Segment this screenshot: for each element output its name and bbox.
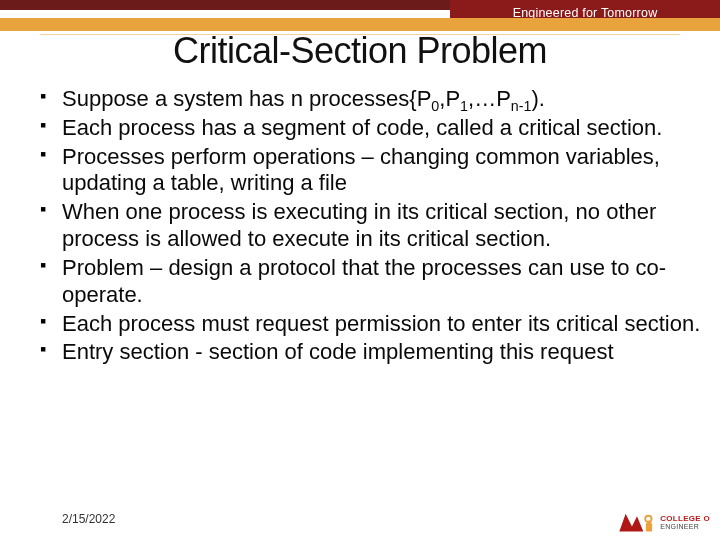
bullet-list: Suppose a system has n processes{P0,P1,…… [38, 86, 702, 366]
subscript: n-1 [511, 98, 532, 114]
bullet-text: When one process is executing in its cri… [62, 199, 656, 251]
bullet-text-fragment: Suppose a system has n processes{P [62, 86, 431, 111]
bullet-text-fragment: ). [532, 86, 545, 111]
bullet-text: Each process must request permission to … [62, 311, 700, 336]
bullet-text-fragment: ,…P [468, 86, 511, 111]
bullet-item: When one process is executing in its cri… [38, 199, 702, 253]
bullet-text-fragment: ,P [439, 86, 460, 111]
logo-mark-icon [618, 510, 656, 534]
slide-body: Suppose a system has n processes{P0,P1,…… [38, 86, 702, 480]
subscript: 1 [460, 98, 468, 114]
bullet-text: Processes perform operations – changing … [62, 144, 660, 196]
bullet-item: Entry section - section of code implemen… [38, 339, 702, 366]
footer-logo: COLLEGE O ENGINEER [618, 510, 710, 534]
bullet-item: Each process has a segment of code, call… [38, 115, 702, 142]
logo-text: COLLEGE O ENGINEER [660, 515, 710, 530]
bullet-text: Entry section - section of code implemen… [62, 339, 614, 364]
logo-main-text: COLLEGE O [660, 514, 710, 523]
slide-title: Critical-Section Problem [0, 30, 720, 72]
bullet-text: Each process has a segment of code, call… [62, 115, 662, 140]
bullet-text: Problem – design a protocol that the pro… [62, 255, 666, 307]
bullet-item: Processes perform operations – changing … [38, 144, 702, 198]
slide: Engineered for Tomorrow Critical-Section… [0, 0, 720, 540]
slide-date: 2/15/2022 [62, 512, 115, 526]
bullet-item: Problem – design a protocol that the pro… [38, 255, 702, 309]
bullet-item: Each process must request permission to … [38, 311, 702, 338]
bullet-item: Suppose a system has n processes{P0,P1,…… [38, 86, 702, 113]
svg-rect-1 [646, 524, 652, 532]
logo-sub-text: ENGINEER [660, 523, 710, 530]
